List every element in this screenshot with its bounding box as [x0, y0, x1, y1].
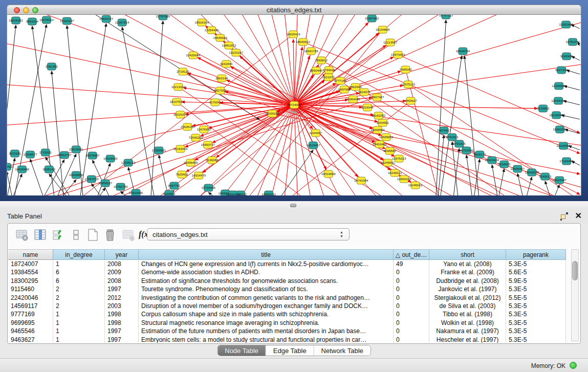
graph-node[interactable]: 23757685	[156, 15, 170, 20]
graph-node[interactable]: 9777169	[334, 77, 347, 84]
graph-node[interactable]: 18628362	[9, 17, 23, 24]
graph-node[interactable]: 16210645	[549, 112, 563, 119]
graph-node[interactable]: 16476914	[39, 16, 54, 24]
graph-node[interactable]: 17103493	[559, 158, 574, 165]
graph-node[interactable]: 16646910	[213, 34, 228, 41]
graph-node[interactable]: 18797212	[439, 15, 453, 19]
table-row[interactable]: 1872400712008Changes of HCN gene express…	[8, 260, 566, 268]
table-row[interactable]: 2242004622012Investigating the contribut…	[8, 294, 566, 302]
graph-node[interactable]: 9227343	[555, 67, 568, 74]
graph-node[interactable]: 30975887	[85, 152, 100, 159]
graph-node[interactable]: 2051352	[46, 63, 58, 70]
graph-node[interactable]: 19861973	[222, 42, 236, 49]
graph-node[interactable]: 2204097	[310, 129, 322, 137]
table-row[interactable]: 946362711997Embryonic stem cells: a mode…	[8, 336, 566, 343]
table-selector-dropdown[interactable]: citations_edges.txt ▲▼	[147, 228, 350, 240]
graph-node[interactable]: 20364486	[346, 96, 360, 103]
select-rows-icon[interactable]	[52, 228, 66, 242]
column-header-1[interactable]: in_degree	[53, 249, 105, 260]
graph-node[interactable]: 16193443	[173, 145, 188, 152]
graph-node[interactable]: 16961758	[304, 48, 318, 55]
table-row[interactable]: 1830029562008Estimation of significance …	[8, 277, 566, 285]
graph-node[interactable]: 16782759	[114, 183, 128, 190]
graph-node[interactable]: 9124502	[163, 190, 176, 195]
graph-node[interactable]: 9154692	[377, 119, 389, 126]
graph-node[interactable]: 12093582	[552, 82, 566, 90]
graph-node[interactable]: 18325419	[286, 31, 300, 38]
column-header-4[interactable]: △ out_de…	[394, 249, 429, 260]
graph-node[interactable]: 18585853	[379, 134, 394, 141]
graph-node[interactable]: 19245012	[408, 182, 423, 189]
tab-edge-table[interactable]: Edge Table	[266, 345, 314, 356]
graph-node[interactable]: 18518104	[195, 19, 209, 26]
vertical-scrollbar[interactable]	[571, 249, 579, 341]
graph-node[interactable]: 16162052	[372, 112, 386, 119]
float-panel-icon[interactable]	[560, 212, 569, 221]
tab-node-table[interactable]: Node Table	[217, 345, 266, 356]
column-header-2[interactable]: year	[105, 249, 139, 260]
column-header-5[interactable]: short	[429, 249, 506, 260]
graph-node[interactable]: 1715001	[39, 149, 52, 156]
graph-node[interactable]: 10606497	[510, 165, 525, 172]
graph-node[interactable]: 16099489	[184, 159, 198, 166]
graph-node[interactable]: 6791915	[453, 140, 466, 147]
column-header-6[interactable]: pagerank	[506, 249, 566, 260]
show-columns-icon[interactable]	[33, 228, 48, 242]
graph-node[interactable]: 11568977	[23, 151, 37, 158]
graph-node[interactable]: 8096563	[384, 147, 397, 155]
create-table-icon[interactable]	[85, 228, 100, 242]
graph-node[interactable]: 2718120	[177, 68, 189, 75]
delete-columns-icon[interactable]	[103, 228, 117, 242]
graph-node[interactable]: 10994232	[262, 191, 276, 195]
graph-node[interactable]: 12444151	[551, 97, 565, 104]
graph-node[interactable]: 8215953	[537, 105, 550, 112]
graph-node[interactable]: 16154808	[376, 26, 390, 33]
graph-node[interactable]: 9505145	[43, 166, 56, 173]
graph-node[interactable]: 15751074	[565, 38, 580, 46]
toggle-detail-icon[interactable]	[69, 228, 83, 242]
graph-node[interactable]: 10958107	[98, 180, 113, 187]
graph-node[interactable]: 10923446	[129, 189, 143, 195]
graph-node[interactable]: 9463627	[405, 97, 418, 104]
column-header-0[interactable]: name	[8, 249, 53, 260]
graph-node[interactable]: 9861014	[26, 18, 39, 25]
graph-node[interactable]: 12254439	[205, 27, 219, 34]
citation-graph[interactable]: 1862836298610141647691412920297196447271…	[7, 15, 581, 195]
graph-node[interactable]: 12367514	[115, 19, 129, 26]
close-panel-icon[interactable]: ✕	[575, 211, 582, 221]
graph-node[interactable]: 12920297	[60, 17, 74, 25]
graph-node[interactable]: 7485063	[400, 66, 412, 73]
graph-node[interactable]: 14519433	[103, 155, 118, 162]
graph-node[interactable]: 12213343	[171, 83, 186, 91]
graph-node[interactable]: 13220197	[229, 49, 243, 56]
network-canvas[interactable]: 1862836298610141647691412920297196447271…	[7, 15, 581, 195]
tab-network-table[interactable]: Network Table	[314, 345, 371, 356]
table-row[interactable]: 1456911722003Disruption of a novel membe…	[8, 302, 566, 310]
graph-node[interactable]: 12104651	[7, 163, 14, 170]
graph-node[interactable]: 9329966	[560, 53, 573, 60]
graph-node[interactable]: 10606498	[15, 166, 29, 173]
graph-node[interactable]: 18248121	[388, 169, 402, 177]
pane-divider[interactable]	[0, 201, 588, 210]
scrollbar-thumb[interactable]	[572, 261, 578, 280]
network-window-titlebar[interactable]: citations_edges.txt	[7, 5, 581, 15]
graph-node[interactable]: 15626153	[181, 123, 195, 130]
column-header-3[interactable]: title	[139, 249, 394, 260]
graph-node[interactable]: 19644727	[99, 15, 114, 23]
graph-node[interactable]: 9457791	[168, 182, 181, 189]
graph-node[interactable]: 10742994	[354, 177, 368, 184]
graph-node[interactable]: 2803144	[215, 75, 228, 82]
graph-node[interactable]: 18107533	[170, 98, 184, 105]
graph-node[interactable]: 16514808	[321, 170, 336, 178]
graph-node[interactable]: 20518991	[69, 146, 83, 153]
graph-node[interactable]: 10942632	[525, 169, 539, 176]
graph-node[interactable]: 3915181	[9, 150, 21, 157]
graph-node[interactable]: 6794024	[323, 67, 336, 74]
graph-node[interactable]: 11052468	[559, 21, 574, 28]
graph-node[interactable]: 3216044	[361, 104, 374, 111]
graph-node[interactable]: 12213967	[383, 39, 398, 46]
table-row[interactable]: 946554611997Estimation of the future num…	[8, 327, 566, 335]
graph-node[interactable]: 18640910	[296, 38, 310, 46]
graph-node[interactable]: 11676992	[197, 126, 211, 133]
table-row[interactable]: 1938455462009Genome-wide association stu…	[8, 268, 566, 276]
